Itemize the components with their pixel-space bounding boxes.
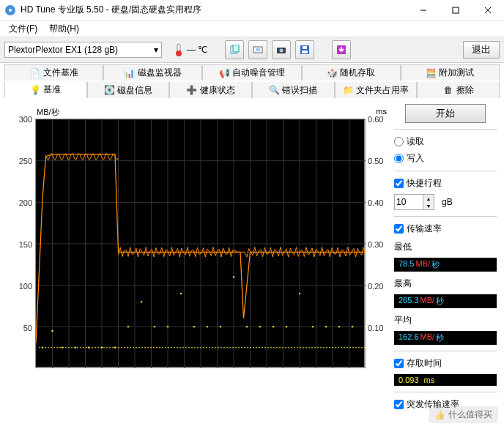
disk-icon: 💽 <box>104 85 114 95</box>
svg-point-154 <box>279 347 281 348</box>
svg-point-106 <box>138 347 140 348</box>
svg-point-91 <box>94 347 96 348</box>
menu-file[interactable]: 文件(F) <box>3 21 43 37</box>
svg-point-172 <box>332 347 333 348</box>
svg-point-141 <box>241 347 242 348</box>
svg-point-165 <box>311 347 313 348</box>
svg-point-93 <box>100 347 102 348</box>
radio-write[interactable]: 写入 <box>394 152 497 165</box>
svg-point-109 <box>147 347 149 348</box>
svg-point-105 <box>136 347 137 348</box>
svg-point-80 <box>62 347 64 348</box>
tab-file-benchmark[interactable]: 📄文件基准 <box>4 64 103 81</box>
options-button[interactable] <box>332 40 351 59</box>
svg-point-176 <box>344 347 345 348</box>
svg-rect-11 <box>256 48 260 51</box>
trash-icon: 🗑 <box>443 85 453 95</box>
chevron-down-icon: ▾ <box>154 45 158 55</box>
spin-down-icon[interactable]: ▼ <box>423 202 434 209</box>
svg-rect-16 <box>303 46 307 49</box>
spin-up-icon[interactable]: ▲ <box>423 195 434 202</box>
svg-point-143 <box>247 347 248 348</box>
tab-extra-tests[interactable]: 🧮附加测试 <box>401 64 500 81</box>
svg-point-137 <box>229 347 231 348</box>
svg-point-131 <box>212 347 213 348</box>
svg-point-69 <box>338 326 340 327</box>
tab-health[interactable]: ➕健康状态 <box>169 82 252 98</box>
svg-point-113 <box>159 347 160 348</box>
tab-erase[interactable]: 🗑擦除 <box>417 82 500 98</box>
checkbox-access[interactable]: 存取时间 <box>394 357 497 370</box>
copy-screenshot-button[interactable] <box>248 40 267 59</box>
svg-point-122 <box>185 347 187 348</box>
radio-read[interactable]: 读取 <box>394 135 497 148</box>
svg-point-67 <box>312 326 314 327</box>
tab-info[interactable]: 💽磁盘信息 <box>87 82 170 98</box>
side-panel: 开始 读取 写入 快捷行程 ▲▼ gB 传输速率 最低 78.5MB/秒 最高 … <box>394 102 497 411</box>
svg-point-82 <box>68 347 70 348</box>
svg-rect-15 <box>302 51 308 53</box>
bulb-icon: 💡 <box>30 85 40 95</box>
start-button[interactable]: 开始 <box>405 104 486 123</box>
svg-point-62 <box>246 326 248 327</box>
tab-benchmark[interactable]: 💡基准 <box>4 82 87 98</box>
menu-help[interactable]: 帮助(H) <box>43 21 85 37</box>
svg-point-115 <box>165 347 166 348</box>
svg-point-168 <box>320 347 322 348</box>
svg-point-129 <box>206 347 207 348</box>
svg-point-179 <box>352 347 354 348</box>
svg-point-162 <box>303 347 304 348</box>
svg-point-164 <box>308 347 310 348</box>
toolbar: PlextorPlextor EX1 (128 gB) ▾ — ℃ 退出 <box>0 37 504 63</box>
svg-point-127 <box>200 347 201 348</box>
svg-point-136 <box>226 347 228 348</box>
svg-point-89 <box>89 347 90 348</box>
tab-disk-monitor[interactable]: 📊磁盘监视器 <box>103 64 202 81</box>
svg-point-73 <box>42 347 43 348</box>
save-button[interactable] <box>295 40 314 59</box>
svg-point-160 <box>297 347 298 348</box>
copy-info-button[interactable] <box>225 40 244 59</box>
tab-aam[interactable]: 📢自动噪音管理 <box>202 64 301 81</box>
svg-point-100 <box>121 347 122 348</box>
svg-point-58 <box>193 326 195 327</box>
svg-point-96 <box>109 347 111 348</box>
svg-point-107 <box>141 347 143 348</box>
tab-error-scan[interactable]: 🔍错误扫描 <box>252 82 335 98</box>
close-button[interactable] <box>472 0 504 20</box>
svg-point-134 <box>220 347 222 348</box>
svg-point-53 <box>127 326 129 327</box>
menubar: 文件(F) 帮助(H) <box>0 20 504 37</box>
svg-point-171 <box>329 347 330 348</box>
checkbox-fast[interactable]: 快捷行程 <box>394 177 497 190</box>
temperature-display: — ℃ <box>174 43 207 56</box>
fast-unit: gB <box>442 197 453 207</box>
exit-button[interactable]: 退出 <box>463 41 500 59</box>
minimize-button[interactable] <box>407 0 440 20</box>
svg-point-76 <box>51 347 52 348</box>
benchmark-chart: MB/秒 ms 300 250 200 150 100 50 0.60 0.50… <box>7 102 388 381</box>
maximize-button[interactable] <box>440 0 472 20</box>
drive-select[interactable]: PlextorPlextor EX1 (128 gB) ▾ <box>4 42 162 58</box>
svg-point-66 <box>299 293 300 294</box>
svg-point-108 <box>144 347 146 348</box>
svg-point-169 <box>323 347 325 348</box>
svg-point-65 <box>286 326 287 327</box>
svg-point-123 <box>188 347 190 348</box>
svg-point-71 <box>365 326 366 327</box>
checkbox-rate[interactable]: 传输速率 <box>394 223 497 235</box>
monitor-icon: 📊 <box>125 68 135 78</box>
svg-point-103 <box>130 347 131 348</box>
svg-point-149 <box>264 347 266 348</box>
svg-point-163 <box>305 347 307 348</box>
tab-random-access[interactable]: 🎲随机存取 <box>302 64 401 81</box>
svg-point-173 <box>335 347 336 348</box>
screenshot-button[interactable] <box>272 40 291 59</box>
drive-select-value: PlextorPlextor EX1 (128 gB) <box>8 45 118 55</box>
svg-point-88 <box>86 347 87 348</box>
speaker-icon: 📢 <box>219 68 229 78</box>
app-icon <box>4 4 16 16</box>
tab-folder-usage[interactable]: 📁文件夹占用率 <box>335 82 418 98</box>
svg-point-104 <box>133 347 134 348</box>
fast-value-input[interactable]: ▲▼ <box>394 194 434 210</box>
